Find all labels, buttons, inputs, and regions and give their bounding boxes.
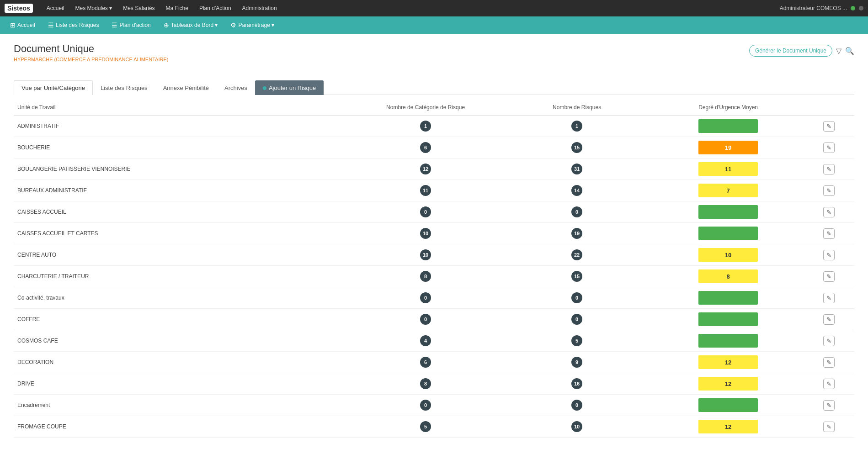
cell-categories: 4 [350, 330, 501, 352]
cell-unite: COSMOS CAFE [14, 330, 350, 352]
cell-action: ✎ [804, 330, 854, 352]
badge-categories: 8 [420, 271, 431, 282]
urgency-indicator [698, 119, 758, 133]
edit-button[interactable]: ✎ [823, 228, 835, 239]
nav-mes-modules[interactable]: Mes Modules ▾ [71, 1, 117, 15]
subnav-liste-risques-label: Liste des Risques [56, 22, 99, 28]
nav-administration[interactable]: Administration [238, 1, 282, 15]
cell-categories: 8 [350, 266, 501, 287]
cell-action: ✎ [804, 395, 854, 416]
cell-categories: 0 [350, 395, 501, 416]
edit-button[interactable]: ✎ [823, 336, 835, 346]
badge-categories: 0 [420, 292, 431, 303]
badge-risques: 31 [571, 164, 582, 174]
tab-annexe[interactable]: Annexe Pénibilité [155, 80, 217, 95]
cell-unite: CAISSES ACCUEIL ET CARTES [14, 223, 350, 244]
subnav-tableaux-bord[interactable]: ⊕ Tableaux de Bord ▾ [158, 19, 224, 32]
badge-categories: 6 [420, 357, 431, 368]
edit-button[interactable]: ✎ [823, 185, 835, 196]
urgency-indicator: 10 [698, 248, 758, 262]
nav-accueil[interactable]: Accueil [42, 1, 69, 15]
status-dot-gray [859, 6, 863, 11]
edit-button[interactable]: ✎ [823, 293, 835, 303]
tab-archives[interactable]: Archives [217, 80, 255, 95]
cell-risques: 22 [501, 244, 653, 266]
table-row: DECORATION6912✎ [14, 352, 854, 373]
edit-button[interactable]: ✎ [823, 143, 835, 153]
edit-button[interactable]: ✎ [823, 121, 835, 132]
badge-categories: 11 [420, 185, 431, 196]
cell-categories: 10 [350, 244, 501, 266]
edit-button[interactable]: ✎ [823, 357, 835, 368]
tab-liste-risques[interactable]: Liste des Risques [93, 80, 155, 95]
table-header: Unité de Travail Nombre de Catégorie de … [14, 100, 854, 116]
edit-button[interactable]: ✎ [823, 422, 835, 432]
edit-button[interactable]: ✎ [823, 271, 835, 282]
nav-plan-action[interactable]: Plan d'Action [195, 1, 236, 15]
badge-categories: 12 [420, 164, 431, 174]
cell-unite: Co-activité, travaux [14, 287, 350, 309]
cell-urgence: 10 [653, 244, 804, 266]
cell-unite: CENTRE AUTO [14, 244, 350, 266]
badge-categories: 5 [420, 421, 431, 432]
cell-action: ✎ [804, 244, 854, 266]
urgency-indicator [698, 227, 758, 240]
urgency-indicator: 12 [698, 355, 758, 369]
subnav-parametrage[interactable]: ⚙ Paramétrage ▾ [225, 19, 280, 32]
edit-button[interactable]: ✎ [823, 250, 835, 260]
tab-annexe-label: Annexe Pénibilité [163, 84, 209, 91]
col-header-unite: Unité de Travail [14, 100, 350, 116]
badge-risques: 22 [571, 249, 582, 260]
tab-ajouter-risque[interactable]: Ajouter un Risque [255, 80, 324, 95]
cell-urgence: 12 [653, 352, 804, 373]
nav-ma-fiche[interactable]: Ma Fiche [161, 1, 193, 15]
tab-dot-icon [263, 86, 266, 90]
edit-button[interactable]: ✎ [823, 400, 835, 411]
page-header-text: Document Unique HYPERMARCHE (COMMERCE A … [14, 43, 168, 71]
tabs-bar: Vue par Unité/Catégorie Liste des Risque… [14, 80, 854, 95]
subnav-tableaux-bord-label: Tableaux de Bord ▾ [171, 22, 218, 28]
generate-document-button[interactable]: Générer le Document Unique [749, 45, 832, 57]
cell-urgence [653, 330, 804, 352]
cell-urgence: 7 [653, 180, 804, 201]
cell-unite: CAISSES ACCUEIL [14, 201, 350, 223]
subnav-accueil[interactable]: ⊞ Accueil [5, 19, 41, 32]
brand-logo[interactable]: Sisteos [5, 4, 33, 13]
cell-risques: 5 [501, 330, 653, 352]
subnav-liste-risques[interactable]: ☰ Liste des Risques [43, 19, 105, 32]
urgency-indicator: 8 [698, 269, 758, 283]
main-content: Document Unique HYPERMARCHE (COMMERCE A … [0, 34, 868, 454]
urgency-indicator: 19 [698, 141, 758, 154]
badge-categories: 4 [420, 335, 431, 346]
tab-vue-unite[interactable]: Vue par Unité/Catégorie [14, 80, 93, 95]
cell-action: ✎ [804, 223, 854, 244]
edit-button[interactable]: ✎ [823, 164, 835, 174]
edit-button[interactable]: ✎ [823, 207, 835, 217]
cell-action: ✎ [804, 116, 854, 137]
col-header-risques: Nombre de Risques [501, 100, 653, 116]
edit-button[interactable]: ✎ [823, 379, 835, 389]
cell-categories: 1 [350, 116, 501, 137]
col-header-action [804, 100, 854, 116]
badge-categories: 0 [420, 314, 431, 325]
cell-urgence: 8 [653, 266, 804, 287]
cell-categories: 8 [350, 373, 501, 395]
tab-liste-risques-label: Liste des Risques [101, 84, 148, 91]
tab-ajouter-label: Ajouter un Risque [269, 84, 316, 91]
badge-categories: 6 [420, 142, 431, 153]
table-row: BOULANGERIE PATISSERIE VIENNOISERIE12311… [14, 158, 854, 180]
gear-icon: ⚙ [230, 21, 236, 29]
data-table: Unité de Travail Nombre de Catégorie de … [14, 100, 854, 438]
cell-action: ✎ [804, 158, 854, 180]
badge-risques: 1 [571, 121, 582, 132]
subnav-plan-action[interactable]: ☰ Plan d'action [106, 19, 156, 32]
filter-button[interactable]: ▽ [836, 47, 841, 55]
cell-risques: 10 [501, 416, 653, 438]
table-row: FROMAGE COUPE51012✎ [14, 416, 854, 438]
search-button[interactable]: 🔍 [845, 47, 854, 55]
badge-categories: 1 [420, 121, 431, 132]
edit-button[interactable]: ✎ [823, 314, 835, 325]
table-row: CAISSES ACCUEIL00✎ [14, 201, 854, 223]
cell-unite: CHARCUTERIE / TRAITEUR [14, 266, 350, 287]
nav-mes-salaries[interactable]: Mes Salariés [118, 1, 159, 15]
